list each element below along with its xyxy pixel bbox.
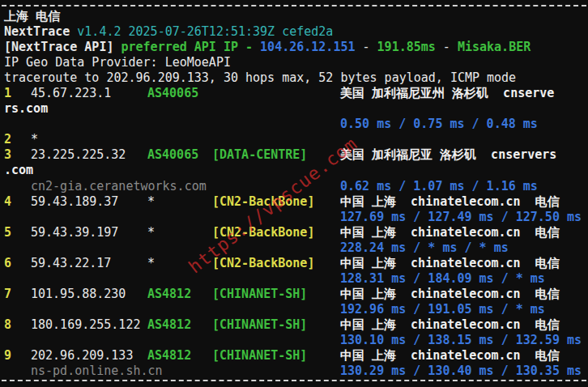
api-preferred-text: preferred API IP - [113, 40, 260, 55]
spacer [4, 302, 340, 317]
spacer [4, 117, 340, 132]
hop-row: 8180.169.255.122AS4812[CHINANET-SH]中国 上海… [4, 317, 588, 333]
hop-asn: AS4812 [147, 287, 212, 302]
rtt-values: 130.29 ms / 130.40 ms / 130.35 ms [340, 364, 582, 379]
hop-ip: 202.96.209.133 [31, 348, 147, 364]
geo-provider: IP Geo Data Provider: LeoMoeAPI [4, 55, 231, 70]
hop-ip: 101.95.88.230 [31, 287, 147, 302]
hop-geo: 中国 上海 chinatelecom.cn 电信 [340, 225, 560, 240]
rtt-values: 192.96 ms / 191.05 ms / * ms [340, 302, 545, 317]
hop-geo: 美国 加利福尼亚 洛杉矶 cnservers [340, 147, 556, 163]
hop-asn: * [147, 256, 212, 271]
hop-tag: [CHINANET-SH] [212, 348, 340, 364]
bottom-dashed-border [2, 380, 586, 381]
hop-geo: 中国 上海 chinatelecom.cn 电信 [340, 317, 560, 333]
rtt-values: 0.50 ms / 0.75 ms / 0.48 ms [340, 117, 538, 132]
hop-ip: 180.169.255.122 [31, 317, 147, 333]
spacer [4, 210, 340, 225]
version-line: NextTrace v1.4.2 2025-07-26T12:51:39Z ce… [4, 24, 588, 40]
traceroute-line: traceroute to 202.96.209.133, 30 hops ma… [4, 70, 588, 86]
hop-tag [212, 86, 340, 101]
hop-host-rtt-line: cn2-gia.ceranetworks.com0.62 ms / 1.07 m… [4, 179, 588, 194]
hop-ip: 45.67.223.1 [31, 86, 147, 101]
hop-number: 2 [4, 132, 31, 147]
hop-number: 1 [4, 86, 31, 101]
hop-rtt-line: 130.10 ms / 138.15 ms / 132.59 ms [4, 333, 588, 348]
hop-number: 4 [4, 194, 31, 210]
hop-asn: AS4812 [147, 348, 212, 364]
hop-tag: [CN2-BackBone] [212, 256, 340, 271]
hop-ip: * [31, 132, 147, 147]
hop-row: 459.43.189.37*[CN2-BackBone]中国 上海 chinat… [4, 194, 588, 210]
api-latency: 191.85ms [377, 40, 436, 55]
hop-hostname: ns-pd.online.sh.cn [31, 364, 340, 379]
hop-row: 559.43.39.197*[CN2-BackBone]中国 上海 chinat… [4, 225, 588, 240]
hop-geo: 美国 加利福尼亚州 洛杉矶 cnserve [340, 86, 554, 101]
hop-tag: [CN2-BackBone] [212, 194, 340, 210]
hop-hostname: cn2-gia.ceranetworks.com [31, 179, 340, 194]
hop-number: 7 [4, 287, 31, 302]
app-name: NextTrace [4, 24, 70, 40]
hop-geo: 中国 上海 chinatelecom.cn 电信 [340, 348, 560, 364]
hop-asn: AS4812 [147, 317, 212, 333]
geo-provider-line: IP Geo Data Provider: LeoMoeAPI [4, 55, 588, 70]
hop-row: 2* [4, 132, 588, 147]
top-dashed-border [2, 5, 586, 6]
hop-number: 5 [4, 225, 31, 240]
hop-row: 7101.95.88.230AS4812[CHINANET-SH]中国 上海 c… [4, 287, 588, 302]
hop-geo: 中国 上海 chinatelecom.cn 电信 [340, 256, 560, 271]
traceroute-summary: traceroute to 202.96.209.133, 30 hops ma… [4, 70, 516, 86]
hop-geo-wrap: rs.com [4, 101, 48, 117]
hop-number: 9 [4, 348, 31, 364]
version-info: v1.4.2 2025-07-26T12:51:39Z cefed2a [70, 24, 333, 40]
hop-rtt-line: 127.69 ms / 127.49 ms / 127.50 ms [4, 210, 588, 225]
hop-ip: 59.43.189.37 [31, 194, 147, 210]
hop-ip: 23.225.225.32 [31, 147, 147, 163]
hop-asn: AS40065 [147, 147, 212, 163]
hop-geo: 中国 上海 chinatelecom.cn 电信 [340, 287, 560, 302]
hop-asn: AS40065 [147, 86, 212, 101]
hop-ip: 59.43.22.17 [31, 256, 147, 271]
hop-row: 659.43.22.17*[CN2-BackBone]中国 上海 chinate… [4, 256, 588, 271]
hop-rtt-line: 128.31 ms / 184.09 ms / * ms [4, 271, 588, 287]
hop-rtt-line: 192.96 ms / 191.05 ms / * ms [4, 302, 588, 317]
hop-number: 3 [4, 147, 31, 163]
api-separator: - [356, 40, 377, 55]
hop-number: 6 [4, 256, 31, 271]
hop-tag: [CN2-BackBone] [212, 225, 340, 240]
rtt-values: 130.10 ms / 138.15 ms / 132.59 ms [340, 333, 582, 348]
api-label: [NextTrace API] [4, 40, 113, 55]
hop-row: 323.225.225.32AS40065[DATA-CENTRE]美国 加利福… [4, 147, 588, 163]
api-node: Misaka.BER [458, 40, 530, 55]
hop-host-rtt-line: ns-pd.online.sh.cn130.29 ms / 130.40 ms … [4, 364, 588, 379]
hop-row: 9202.96.209.133AS4812[CHINANET-SH]中国 上海 … [4, 348, 588, 364]
api-line: [NextTrace API] preferred API IP - 104.2… [4, 40, 588, 55]
hop-rtt-line: 0.50 ms / 0.75 ms / 0.48 ms [4, 117, 588, 132]
spacer [4, 364, 31, 379]
hop-geo-wrap-line: rs.com [4, 101, 588, 117]
spacer [4, 240, 340, 256]
api-separator: - [436, 40, 458, 55]
hop-geo-wrap: .com [4, 163, 33, 178]
hop-geo: 中国 上海 chinatelecom.cn 电信 [340, 194, 560, 210]
hop-row: 145.67.223.1AS40065美国 加利福尼亚州 洛杉矶 cnserve [4, 86, 588, 101]
hop-rtt-line: 228.24 ms / * ms / * ms [4, 240, 588, 256]
hop-tag: [DATA-CENTRE] [212, 147, 340, 163]
hop-asn: * [147, 225, 212, 240]
node-title: 上海 电信 [4, 9, 60, 24]
hop-number: 8 [4, 317, 31, 333]
spacer [4, 333, 340, 348]
hop-tag: [CHINANET-SH] [212, 317, 340, 333]
hop-ip: 59.43.39.197 [31, 225, 147, 240]
terminal-screen: 上海 电信 NextTrace v1.4.2 2025-07-26T12:51:… [0, 0, 588, 387]
hop-geo-wrap-line: .com [4, 163, 588, 178]
rtt-values: 128.31 ms / 184.09 ms / * ms [340, 271, 545, 287]
api-ip: 104.26.12.151 [260, 40, 355, 55]
spacer [4, 271, 340, 287]
spacer [4, 179, 31, 194]
node-title-line: 上海 电信 [4, 9, 588, 24]
terminal-output: 上海 电信 NextTrace v1.4.2 2025-07-26T12:51:… [4, 9, 588, 379]
rtt-values: 228.24 ms / * ms / * ms [340, 240, 509, 256]
hop-asn: * [147, 194, 212, 210]
rtt-values: 127.69 ms / 127.49 ms / 127.50 ms [340, 210, 582, 225]
